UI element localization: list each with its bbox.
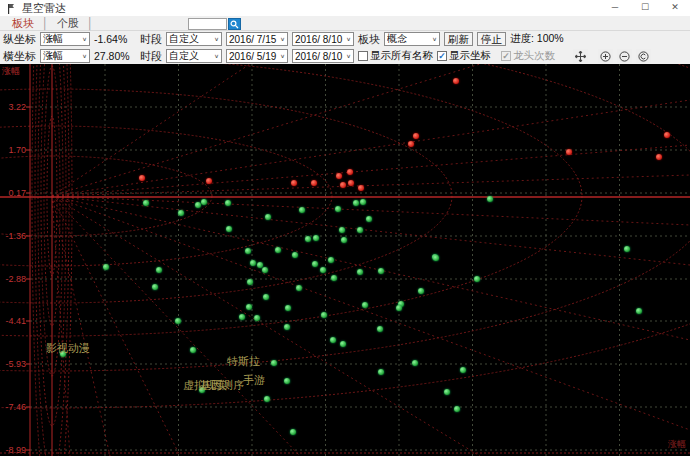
data-point-down[interactable] [143,200,149,206]
data-point-up[interactable] [664,132,670,138]
search-button[interactable] [228,18,241,30]
data-point-down[interactable] [299,207,305,213]
minimize-button[interactable]: ─ [600,0,630,16]
data-point-up[interactable] [347,169,353,175]
date-to-select-2[interactable]: 2016/ 8/10∨ [292,49,354,63]
data-point-down[interactable] [357,227,363,233]
data-point-down[interactable] [396,305,402,311]
data-point-down[interactable] [265,214,271,220]
data-point-down[interactable] [433,255,439,261]
data-point-down[interactable] [262,267,268,273]
data-point-up[interactable] [139,175,145,181]
pan-button[interactable] [573,49,588,63]
data-point-down[interactable] [335,206,341,212]
data-point-down[interactable] [201,199,207,205]
data-point-down[interactable] [360,199,366,205]
data-point-down[interactable] [339,227,345,233]
radar-scatter-plot[interactable]: 3.221.700.17-1.36-2.88-4.41-5.93-7.46-8.… [0,64,690,456]
data-point-down[interactable] [341,237,347,243]
data-point-down[interactable] [156,267,162,273]
data-point-down[interactable] [331,275,337,281]
data-point-down[interactable] [285,305,291,311]
date-from-select[interactable]: 2016/ 7/15∨ [226,32,288,46]
data-point-up[interactable] [408,141,414,147]
data-point-down[interactable] [247,279,253,285]
data-point-down[interactable] [271,360,277,366]
data-point-down[interactable] [246,304,252,310]
data-point-down[interactable] [225,200,231,206]
data-point-up[interactable] [358,185,364,191]
data-point-down[interactable] [362,302,368,308]
data-point-down[interactable] [313,235,319,241]
tab-sector[interactable]: 板块 [4,16,42,31]
tab-stock[interactable]: 个股 [49,16,87,31]
data-point-up[interactable] [206,178,212,184]
data-point-down[interactable] [474,276,480,282]
date-from-select-2[interactable]: 2016/ 5/19∨ [226,49,288,63]
date-to-select[interactable]: 2016/ 8/10∨ [292,32,354,46]
data-point-down[interactable] [321,312,327,318]
data-point-down[interactable] [254,315,260,321]
data-point-down[interactable] [226,226,232,232]
data-point-down[interactable] [190,347,196,353]
data-point-down[interactable] [284,378,290,384]
data-point-down[interactable] [290,429,296,435]
data-point-down[interactable] [245,248,251,254]
data-point-down[interactable] [460,367,466,373]
data-point-down[interactable] [340,341,346,347]
data-point-up[interactable] [656,154,662,160]
checkbox-show-coords[interactable]: 显示坐标 [437,49,491,63]
data-point-down[interactable] [195,202,201,208]
data-point-down[interactable] [284,324,290,330]
checkbox-show-all-names[interactable]: 显示所有名称 [358,49,433,63]
reset-button[interactable] [636,49,651,63]
data-point-down[interactable] [320,267,326,273]
data-point-down[interactable] [178,210,184,216]
horizontal-axis-select[interactable]: 涨幅∨ [40,49,90,63]
search-input[interactable] [188,18,227,30]
data-point-up[interactable] [348,180,354,186]
data-point-down[interactable] [275,247,281,253]
data-point-down[interactable] [239,314,245,320]
period-select[interactable]: 自定义∨ [166,32,222,46]
refresh-button[interactable]: 刷新 [444,32,473,46]
data-point-down[interactable] [175,318,181,324]
data-point-up[interactable] [413,133,419,139]
data-point-down[interactable] [378,268,384,274]
data-point-down[interactable] [103,264,109,270]
vertical-axis-select[interactable]: 涨幅∨ [40,32,90,46]
data-point-down[interactable] [305,236,311,242]
data-point-down[interactable] [624,246,630,252]
data-point-down[interactable] [328,257,334,263]
data-point-down[interactable] [636,308,642,314]
period-select-2[interactable]: 自定义∨ [166,49,222,63]
data-point-up[interactable] [311,180,317,186]
data-point-down[interactable] [152,284,158,290]
data-point-down[interactable] [366,216,372,222]
stop-button[interactable]: 停止 [477,32,506,46]
data-point-down[interactable] [264,396,270,402]
data-point-down[interactable] [263,294,269,300]
data-point-down[interactable] [412,360,418,366]
data-point-down[interactable] [418,288,424,294]
data-point-down[interactable] [378,369,384,375]
sector-select[interactable]: 概念∨ [384,32,440,46]
data-point-up[interactable] [336,173,342,179]
data-point-down[interactable] [487,196,493,202]
data-point-up[interactable] [453,78,459,84]
data-point-down[interactable] [330,337,336,343]
data-point-down[interactable] [250,260,256,266]
data-point-down[interactable] [357,269,363,275]
data-point-up[interactable] [291,180,297,186]
data-point-up[interactable] [566,149,572,155]
data-point-down[interactable] [353,200,359,206]
zoom-in-button[interactable] [598,49,613,63]
data-point-down[interactable] [312,261,318,267]
close-button[interactable]: ✕ [660,0,690,16]
data-point-down[interactable] [296,285,302,291]
data-point-down[interactable] [292,252,298,258]
maximize-button[interactable]: ☐ [630,0,660,16]
data-point-down[interactable] [444,389,450,395]
data-point-down[interactable] [454,406,460,412]
data-point-down[interactable] [377,326,383,332]
